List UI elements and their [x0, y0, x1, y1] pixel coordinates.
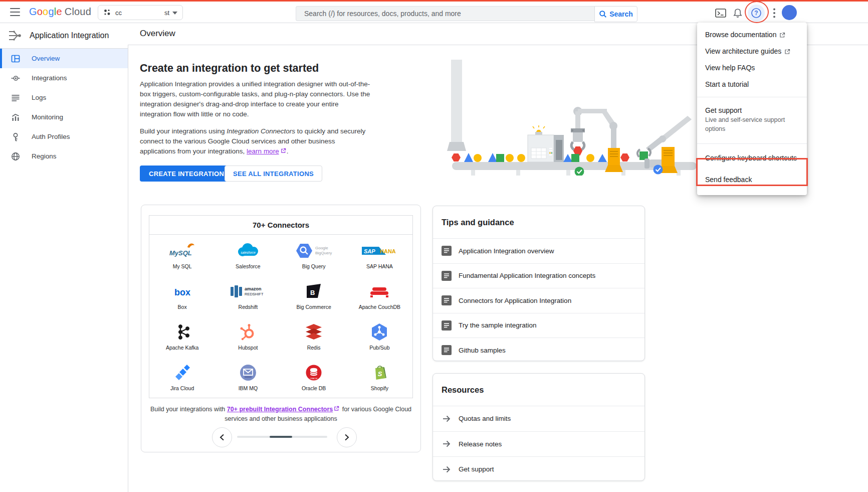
account-avatar[interactable] — [782, 5, 797, 20]
google-cloud-logo[interactable]: GoogleCloud — [29, 6, 91, 18]
sidebar-item-integrations[interactable]: Integrations — [0, 68, 128, 88]
carousel-scrollbar-thumb[interactable] — [270, 436, 292, 438]
sidebar-item-auth-profiles[interactable]: Auth Profiles — [0, 127, 128, 146]
auth-profiles-key-icon — [11, 132, 20, 141]
hero-paragraph-1: Application Integration provides a unifi… — [140, 79, 371, 119]
project-name-prefix: cc — [115, 9, 122, 17]
connector-item: B Big Commerce — [281, 275, 347, 316]
sidebar-item-overview[interactable]: Overview — [0, 49, 128, 68]
sidebar-item-label: Monitoring — [32, 113, 63, 121]
svg-text:BigQuery: BigQuery — [315, 251, 332, 255]
google-logo-letters: Google — [29, 6, 62, 17]
tips-item-label: Connectors for Application Integration — [459, 297, 571, 304]
sidebar-item-logs[interactable]: Logs — [0, 88, 128, 107]
logs-icon — [11, 93, 20, 102]
connectors-title: 70+ Connectors — [149, 216, 412, 235]
menu-item-label: View architecture guides — [705, 43, 781, 60]
external-link-icon — [281, 148, 286, 153]
resources-item-get-support[interactable]: Get support — [433, 457, 644, 482]
hero-p2-text: . — [287, 147, 289, 155]
menu-item-label: Send feedback — [705, 168, 752, 191]
resources-item-release-notes[interactable]: Release notes — [433, 432, 644, 457]
resources-item-label: Get support — [459, 465, 494, 473]
create-integration-button[interactable]: CREATE INTEGRATION — [140, 166, 233, 182]
sidebar: Application Integration Overview Integra… — [0, 23, 128, 492]
tips-item-concepts[interactable]: Fundamental Application Integration conc… — [433, 264, 644, 289]
menu-item-send-feedback[interactable]: Send feedback — [697, 168, 807, 191]
connectors-section-card: 70+ Connectors MySQL My SQL salesforce S… — [141, 205, 421, 452]
menu-item-get-support[interactable]: Get support Live and self-service suppor… — [697, 101, 807, 139]
menu-item-browse-documentation[interactable]: Browse documentation — [697, 27, 807, 43]
resources-item-quotas[interactable]: Quotas and limits — [433, 406, 644, 432]
carousel-next-button[interactable] — [337, 427, 357, 447]
overview-icon — [11, 54, 20, 63]
tips-item-label: Github samples — [459, 347, 506, 354]
connector-label: Salesforce — [236, 263, 261, 269]
menu-item-start-a-tutorial[interactable]: Start a tutorial — [697, 76, 807, 93]
menu-item-label: Configure keyboard shortcuts — [705, 148, 797, 168]
menu-item-view-architecture-guides[interactable]: View architecture guides — [697, 43, 807, 60]
see-all-integrations-button[interactable]: SEE ALL INTEGRATIONS — [225, 166, 322, 182]
connector-label: Big Commerce — [296, 304, 331, 310]
sidebar-item-label: Logs — [32, 94, 46, 101]
connector-label: IBM MQ — [239, 385, 258, 391]
project-selector[interactable]: cc st — [98, 5, 183, 20]
more-options-dots-icon[interactable] — [768, 7, 780, 19]
carousel-prev-button[interactable] — [212, 427, 232, 447]
connector-item: Redis — [281, 316, 347, 357]
svg-text:?: ? — [754, 10, 758, 17]
connector-item: Jira Cloud — [149, 357, 215, 397]
tips-item-sample[interactable]: Try the sample integration — [433, 313, 644, 339]
connectors-grid: MySQL My SQL salesforce Salesforce Googl… — [149, 235, 412, 397]
get-support-subtitle: Live and self-service support options — [705, 115, 799, 133]
ibm-mq-logo — [239, 363, 257, 382]
carousel-scrollbar[interactable] — [237, 436, 327, 438]
sidebar-item-regions[interactable]: Regions — [0, 146, 128, 166]
menu-item-view-help-faqs[interactable]: View help FAQs — [697, 60, 807, 76]
menu-divider — [697, 143, 807, 144]
caption-text: Build your integrations with — [150, 406, 227, 413]
tips-item-github[interactable]: Github samples — [433, 338, 644, 363]
svg-text:salesforce: salesforce — [241, 250, 256, 254]
connector-item: Apache CouchDB — [347, 275, 412, 316]
cloud-shell-icon[interactable] — [715, 7, 727, 19]
svg-text:B: B — [310, 289, 315, 296]
connector-label: Pub/Sub — [369, 345, 389, 351]
sidebar-item-label: Regions — [32, 152, 57, 160]
external-link-icon — [334, 406, 339, 411]
jira-logo — [172, 363, 192, 382]
connector-item: salesforce Salesforce — [215, 235, 281, 275]
tips-item-connectors[interactable]: Connectors for Application Integration — [433, 288, 644, 313]
sidebar-item-label: Integrations — [32, 74, 67, 82]
svg-text:HANA: HANA — [380, 248, 396, 254]
notifications-bell-icon[interactable] — [732, 7, 744, 19]
chevron-down-icon — [172, 12, 177, 15]
connector-label: Apache Kafka — [166, 345, 198, 351]
connector-label: Redshift — [239, 304, 258, 310]
svg-text:SAP: SAP — [364, 248, 375, 254]
help-icon[interactable]: ? — [750, 7, 762, 19]
sidebar-item-monitoring[interactable]: Monitoring — [0, 107, 128, 127]
connector-item: Pub/Sub — [347, 316, 412, 357]
svg-text:Google: Google — [315, 246, 328, 250]
search-button-label: Search — [609, 10, 633, 18]
connector-label: Box — [178, 304, 187, 310]
search-button[interactable]: Search — [594, 6, 637, 22]
integrations-icon — [11, 74, 20, 83]
tips-item-overview[interactable]: Application Integration overview — [433, 239, 644, 264]
resources-card: Resources Quotas and limits Release note… — [432, 373, 645, 481]
menu-item-configure-keyboard-shortcuts[interactable]: Configure keyboard shortcuts — [697, 148, 807, 168]
article-icon — [442, 295, 452, 305]
bigcommerce-logo: B — [304, 282, 324, 301]
menu-hamburger-icon[interactable] — [10, 8, 20, 16]
arrow-right-icon — [442, 414, 452, 424]
search-input[interactable] — [303, 9, 586, 18]
connector-label: Oracle DB — [302, 385, 326, 391]
svg-text:box: box — [174, 287, 190, 297]
prebuilt-connectors-link[interactable]: 70+ prebuilt Integration Connectors — [227, 406, 333, 413]
redshift-logo: amazonREDSHIFT — [229, 282, 268, 301]
menu-item-label: Start a tutorial — [705, 76, 749, 93]
sidebar-item-label: Auth Profiles — [32, 133, 70, 140]
connector-item: Hubspot — [215, 316, 281, 357]
learn-more-link[interactable]: learn more — [247, 147, 279, 155]
